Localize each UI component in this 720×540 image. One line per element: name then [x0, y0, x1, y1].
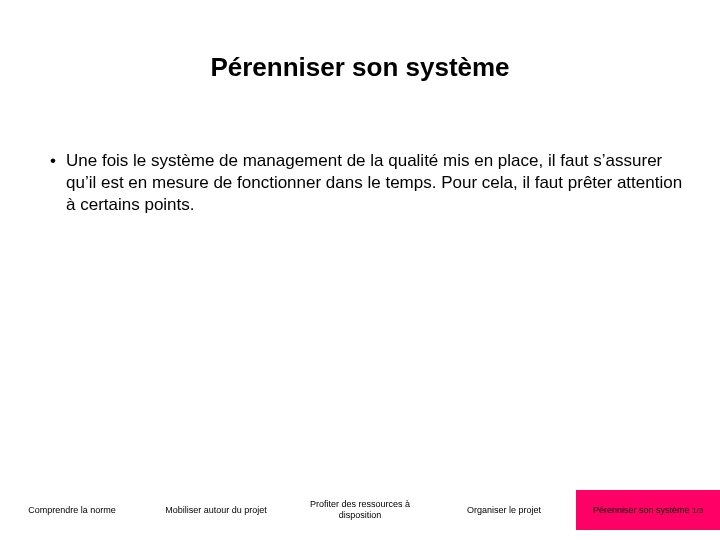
bottom-nav: Comprendre la norme Mobiliser autour du …	[0, 490, 720, 530]
nav-item-comprendre[interactable]: Comprendre la norme	[0, 490, 144, 530]
bullet-text: Une fois le système de management de la …	[66, 150, 690, 216]
nav-item-organiser[interactable]: Organiser le projet	[432, 490, 576, 530]
bullet-item: • Une fois le système de management de l…	[48, 150, 690, 216]
slide: Pérenniser son système • Une fois le sys…	[0, 0, 720, 540]
bullet-marker: •	[48, 150, 66, 172]
nav-item-label: Comprendre la norme	[28, 505, 116, 516]
nav-current-page: 1/3	[692, 506, 703, 515]
slide-body: • Une fois le système de management de l…	[48, 150, 690, 216]
nav-item-label: Profiter des ressources à disposition	[292, 499, 428, 521]
nav-item-current[interactable]: Pérenniser son système 1/3	[576, 490, 720, 530]
nav-current-label: Pérenniser son système	[593, 505, 690, 515]
nav-item-label: Mobiliser autour du projet	[165, 505, 267, 516]
nav-item-profiter[interactable]: Profiter des ressources à disposition	[288, 490, 432, 530]
slide-title: Pérenniser son système	[0, 52, 720, 83]
nav-item-label: Organiser le projet	[467, 505, 541, 516]
nav-item-mobiliser[interactable]: Mobiliser autour du projet	[144, 490, 288, 530]
nav-current-wrap: Pérenniser son système 1/3	[593, 505, 703, 516]
